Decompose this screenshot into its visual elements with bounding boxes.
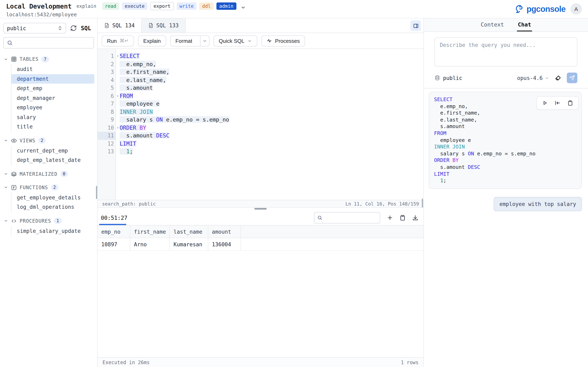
sidebar-scrollbar[interactable] (96, 186, 97, 199)
cell-empty (241, 238, 424, 250)
tree-item-salary[interactable]: salary (11, 112, 94, 122)
tree-item-simple_salary_update[interactable]: simple_salary_update (11, 226, 94, 236)
editor-line-5[interactable]: 5 s.amount (98, 84, 424, 92)
copy-snippet-icon[interactable] (567, 100, 573, 106)
search-icon (317, 215, 322, 220)
explain-button[interactable]: Explain (138, 35, 166, 46)
editor-line-8[interactable]: 8INNER JOIN (98, 108, 424, 116)
chevron-down-icon (4, 138, 8, 143)
sidebar-search-input[interactable] (15, 40, 90, 46)
send-button[interactable] (567, 73, 577, 83)
resize-handle[interactable] (254, 208, 267, 209)
tab-sql-133[interactable]: SQL 133 (142, 18, 186, 33)
editor-line-13[interactable]: 13 1; (98, 148, 424, 156)
chat-code-line-10: ORDER BY (434, 157, 577, 164)
line-number: 7 (98, 100, 116, 108)
user-message-bubble: employee with top salary (494, 197, 582, 211)
section-header-materialized[interactable]: MATERIALIZED0 (0, 169, 97, 179)
editor-line-3[interactable]: 3 e.first_name, (98, 68, 424, 76)
tree-item-audit[interactable]: audit (11, 64, 94, 74)
column-header-last_name[interactable]: last_name (170, 225, 208, 238)
cell-emp_no: 10897 (98, 238, 130, 250)
fold-marker-icon[interactable]: ▾ (117, 124, 119, 132)
editor-line-2[interactable]: 2 e.emp_no, (98, 60, 424, 68)
clear-chat-icon[interactable] (554, 75, 562, 81)
tree-section-materialized: MATERIALIZED0 (0, 169, 97, 179)
editor-line-10[interactable]: 10▾ORDER BY (98, 124, 424, 132)
fold-marker-icon[interactable]: ▾ (117, 52, 119, 60)
editor-line-6[interactable]: 6▾FROM (98, 92, 424, 100)
chevron-down-icon (202, 39, 207, 43)
column-header-amount[interactable]: amount (208, 225, 241, 238)
query-timer[interactable]: 00:51:27 (101, 214, 127, 221)
section-header-views[interactable]: VIEWS2 (0, 136, 97, 145)
section-header-procedures[interactable]: PROCEDURES1 (0, 216, 97, 226)
copy-results-icon[interactable] (399, 214, 406, 221)
sql-editor[interactable]: 1▾SELECT2 e.emp_no,3 e.first_name,4 e.la… (98, 49, 424, 200)
tree-item-department[interactable]: department (11, 74, 94, 83)
badge-execute: execute (122, 2, 147, 10)
code-text: s.amount (116, 84, 424, 92)
sidebar-search[interactable] (3, 37, 94, 49)
line-number: 5 (98, 84, 116, 92)
chevron-down-icon (545, 76, 549, 80)
code-text: employee e (116, 100, 424, 108)
run-snippet-icon[interactable] (542, 100, 548, 106)
tree-section-functions: FUNCTIONS2get_employee_detailslog_dml_op… (0, 183, 97, 212)
logo-text: pgconsole (527, 4, 566, 14)
tab-sql-134[interactable]: SQL 134 (98, 18, 142, 33)
table-row[interactable]: 10897ArnoKumaresan136004 (98, 238, 424, 251)
avatar[interactable]: A (571, 3, 582, 15)
column-header-emp_no[interactable]: emp_no (98, 225, 130, 238)
chat-code-line-4: e.last_name, (434, 117, 577, 123)
download-results-icon[interactable] (412, 214, 419, 221)
section-label: FUNCTIONS (20, 184, 48, 190)
tree-item-get_employee_details[interactable]: get_employee_details (11, 193, 94, 202)
tree-item-employee[interactable]: employee (11, 103, 94, 112)
line-number: 4 (98, 76, 116, 84)
line-number: 11 (98, 132, 116, 140)
refresh-icon[interactable] (70, 25, 77, 31)
results-search[interactable] (314, 212, 380, 223)
editor-line-1[interactable]: 1▾SELECT (98, 52, 424, 60)
schema-select[interactable]: public (3, 23, 66, 33)
insert-into-editor-icon[interactable] (554, 100, 561, 106)
tab-context[interactable]: Context (480, 18, 505, 31)
format-button[interactable]: Format (170, 35, 209, 46)
tree-item-log_dml_operations[interactable]: log_dml_operations (11, 202, 94, 212)
code-text: FROM (116, 92, 424, 100)
section-label: VIEWS (20, 138, 35, 143)
connection-info: Local Development explainreadexecuteexpo… (6, 0, 246, 18)
chat-composer: public opus-4.6 (424, 32, 588, 89)
quick-sql-button[interactable]: Quick SQL (213, 35, 257, 46)
add-result-tab-icon[interactable] (387, 214, 393, 221)
pgconsole-app: Local Development explainreadexecuteexpo… (0, 0, 588, 367)
editor-line-11[interactable]: 11 s.amount DESC (98, 132, 424, 140)
tree-item-current_dept_emp[interactable]: current_dept_emp (11, 146, 94, 155)
chevron-down-icon[interactable] (240, 5, 246, 10)
code-text: INNER JOIN (116, 108, 424, 116)
tree-item-title[interactable]: title (11, 122, 94, 132)
editor-line-7[interactable]: 7 employee e (98, 100, 424, 108)
sql-message-toolbar (536, 96, 579, 110)
format-dropdown[interactable] (200, 36, 209, 46)
column-header-first_name[interactable]: first_name (130, 225, 170, 238)
tree-item-dept_emp_latest_date[interactable]: dept_emp_latest_date (11, 155, 94, 165)
fold-marker-icon[interactable]: ▾ (117, 92, 119, 100)
tree-item-dept_emp[interactable]: dept_emp (11, 83, 94, 93)
model-select[interactable]: opus-4.6 (517, 75, 549, 81)
split-view-button[interactable] (410, 20, 421, 31)
processes-button[interactable]: Processes (261, 35, 305, 46)
editor-scrollbar[interactable] (422, 199, 423, 208)
tree-item-dept_manager[interactable]: dept_manager (11, 93, 94, 103)
chat-prompt-input[interactable] (434, 38, 577, 67)
section-header-tables[interactable]: TABLES7 (0, 54, 97, 64)
editor-line-4[interactable]: 4 e.last_name, (98, 76, 424, 84)
sql-mode-label[interactable]: SQL (81, 25, 91, 31)
section-header-functions[interactable]: FUNCTIONS2 (0, 183, 97, 192)
tab-chat[interactable]: Chat (517, 18, 532, 31)
run-button[interactable]: Run ⌘↵ (102, 35, 134, 46)
editor-line-9[interactable]: 9 salary s ON e.emp_no = s.emp_no (98, 116, 424, 124)
editor-line-12[interactable]: 12LIMIT (98, 140, 424, 148)
results-search-input[interactable] (325, 215, 377, 220)
